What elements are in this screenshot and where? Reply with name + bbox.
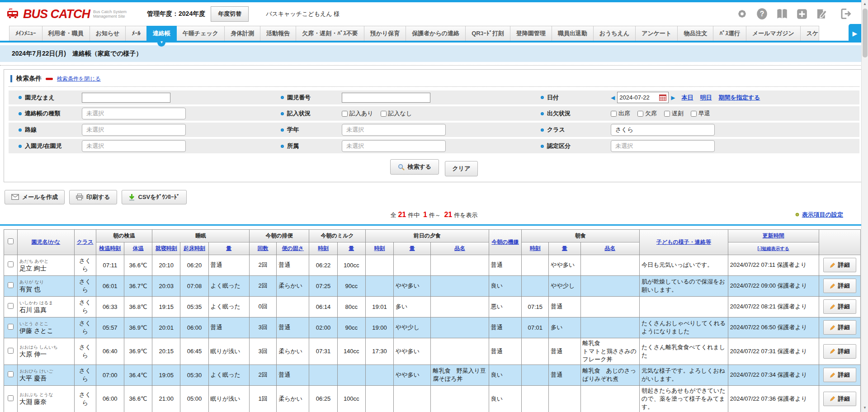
- sort-mood[interactable]: 今朝の機嫌: [491, 239, 519, 245]
- logout-icon[interactable]: [840, 8, 852, 20]
- settings-gear-icon[interactable]: [736, 8, 748, 20]
- row-checkbox[interactable]: [8, 371, 14, 377]
- detail-button[interactable]: 詳細: [823, 258, 856, 272]
- attend-early-input[interactable]: [691, 111, 697, 117]
- enrollment-select[interactable]: 未選択: [82, 140, 186, 152]
- sort-temp-time[interactable]: 検温時刻: [99, 245, 121, 251]
- sort-sleep-amount[interactable]: 量: [226, 245, 231, 251]
- today-link[interactable]: 本日: [681, 94, 693, 102]
- csv-download-button[interactable]: CSVをﾀﾞｳﾝﾛｰﾄﾞ: [122, 190, 187, 204]
- tab-nap-check[interactable]: 午睡チェック: [176, 26, 225, 41]
- sort-dinner-amount[interactable]: 量: [410, 245, 415, 251]
- tab-mail-magazine[interactable]: メールマガジン: [746, 26, 801, 41]
- attend-present-input[interactable]: [611, 111, 617, 117]
- row-checkbox[interactable]: [8, 348, 14, 354]
- print-button[interactable]: 印刷する: [69, 190, 117, 204]
- memo-edit-icon[interactable]: [816, 8, 828, 20]
- clear-button[interactable]: クリア: [445, 161, 478, 176]
- sort-breakfast-time[interactable]: 時刻: [530, 245, 541, 251]
- tab-survey[interactable]: アンケート: [635, 26, 678, 41]
- attend-late-checkbox[interactable]: 遅刻: [664, 109, 684, 118]
- tab-notice[interactable]: お知らせ: [90, 26, 126, 41]
- attend-absent-input[interactable]: [637, 111, 643, 117]
- shorten-display-link[interactable]: [-]短縮表示する: [757, 246, 789, 251]
- tab-goods-order[interactable]: 物品注文: [677, 26, 713, 41]
- grade-select[interactable]: 未選択: [342, 124, 446, 136]
- sort-note[interactable]: 子どもの様子・連絡等: [656, 239, 711, 245]
- notebook-type-select[interactable]: 未選択: [82, 108, 186, 119]
- tab-absence[interactable]: 欠席・遅刻・ﾊﾞｽ不要: [296, 26, 364, 41]
- class-select[interactable]: さくら: [611, 124, 715, 136]
- attend-early-checkbox[interactable]: 早退: [691, 109, 710, 118]
- sort-milk-time[interactable]: 時刻: [318, 245, 329, 251]
- tab-body-measure[interactable]: 身体計測: [224, 26, 260, 41]
- sort-updated[interactable]: 更新時間: [763, 232, 784, 239]
- tab-bus-operation[interactable]: ﾊﾞｽ運行: [713, 26, 746, 41]
- sort-dinner-item[interactable]: 品名: [454, 245, 465, 251]
- sort-temp[interactable]: 体温: [133, 245, 144, 251]
- tab-contact-book[interactable]: 連絡帳 ▼: [146, 26, 177, 41]
- sort-poop-firmness[interactable]: 便の固さ: [282, 245, 304, 251]
- route-select[interactable]: 未選択: [82, 124, 186, 136]
- scroll-down-arrow[interactable]: ▼: [862, 404, 868, 412]
- date-input[interactable]: [619, 94, 657, 101]
- tab-main-menu[interactable]: ﾒｲﾝﾒﾆｭｰ: [9, 26, 42, 41]
- calendar-icon[interactable]: [659, 94, 666, 101]
- attend-present-checkbox[interactable]: 出席: [611, 109, 630, 118]
- child-number-input[interactable]: [342, 93, 430, 103]
- tab-schedule[interactable]: スケ: [800, 26, 819, 41]
- add-square-icon[interactable]: [796, 8, 808, 20]
- entry-yes-checkbox[interactable]: 記入あり: [342, 109, 373, 118]
- detail-button[interactable]: 詳細: [823, 368, 856, 382]
- tab-ouchien[interactable]: おうちえん: [593, 26, 636, 41]
- tab-mail[interactable]: ﾒｰﾙ: [125, 26, 147, 41]
- child-name-input[interactable]: [82, 93, 170, 103]
- detail-button[interactable]: 詳細: [823, 344, 856, 359]
- tab-qr-punch[interactable]: QRｺｰﾄﾞ打刻: [465, 26, 510, 41]
- tab-parent-contact[interactable]: 保護者からの連絡: [406, 26, 466, 41]
- nav-scroll-right-button[interactable]: ▶: [849, 24, 861, 43]
- tab-users-staff[interactable]: 利用者・職員: [42, 26, 90, 41]
- detail-button[interactable]: 詳細: [823, 299, 856, 314]
- vertical-scrollbar[interactable]: ▲ ▼: [861, 0, 868, 412]
- tab-activity-report[interactable]: 活動報告: [260, 26, 296, 41]
- tab-daycare[interactable]: 預かり保育: [364, 26, 406, 41]
- sort-poop-count[interactable]: 回数: [258, 245, 269, 251]
- row-checkbox[interactable]: [8, 395, 14, 401]
- search-button[interactable]: 検索する: [390, 159, 439, 175]
- sort-class[interactable]: クラス: [77, 239, 94, 245]
- certification-select[interactable]: 未選択: [611, 140, 715, 152]
- detail-button[interactable]: 詳細: [823, 279, 856, 293]
- entry-yes-checkbox-input[interactable]: [342, 111, 348, 117]
- select-all-checkbox[interactable]: [8, 238, 14, 244]
- tomorrow-link[interactable]: 明日: [700, 94, 712, 102]
- sort-child-name[interactable]: 園児名/かな: [31, 239, 60, 245]
- detail-button[interactable]: 詳細: [823, 320, 856, 335]
- row-checkbox[interactable]: [8, 324, 14, 330]
- display-settings-link[interactable]: 表示項目の設定: [802, 211, 843, 219]
- sort-sleep-end[interactable]: 起床時刻: [184, 245, 205, 251]
- sort-sleep-start[interactable]: 就寝時刻: [156, 245, 177, 251]
- tab-attendance-mgmt[interactable]: 登降園管理: [510, 26, 552, 41]
- attend-late-input[interactable]: [664, 111, 670, 117]
- tab-staff-clock[interactable]: 職員出退勤: [552, 26, 594, 41]
- row-checkbox[interactable]: [8, 303, 14, 309]
- sort-breakfast-item[interactable]: 品名: [604, 245, 615, 251]
- detail-button[interactable]: 詳細: [823, 392, 856, 406]
- manual-book-icon[interactable]: [776, 8, 788, 20]
- entry-no-checkbox[interactable]: 記入なし: [381, 109, 412, 118]
- row-checkbox[interactable]: [8, 261, 14, 267]
- department-select[interactable]: 未選択: [342, 140, 446, 152]
- sort-milk-amount[interactable]: 量: [349, 245, 354, 251]
- date-prev-arrow[interactable]: ◀: [611, 95, 615, 100]
- entry-no-checkbox-input[interactable]: [381, 111, 387, 117]
- row-checkbox[interactable]: [8, 282, 14, 288]
- scroll-up-arrow[interactable]: ▲: [862, 0, 868, 8]
- sort-dinner-time[interactable]: 時刻: [374, 245, 385, 251]
- date-range-link[interactable]: 期間を指定する: [718, 94, 760, 102]
- attend-absent-checkbox[interactable]: 欠席: [637, 109, 657, 118]
- year-switch-button[interactable]: 年度切替: [211, 6, 249, 22]
- sort-breakfast-amount[interactable]: 量: [562, 245, 567, 251]
- date-next-arrow[interactable]: ▶: [671, 95, 675, 100]
- scrollbar-thumb[interactable]: [863, 9, 868, 57]
